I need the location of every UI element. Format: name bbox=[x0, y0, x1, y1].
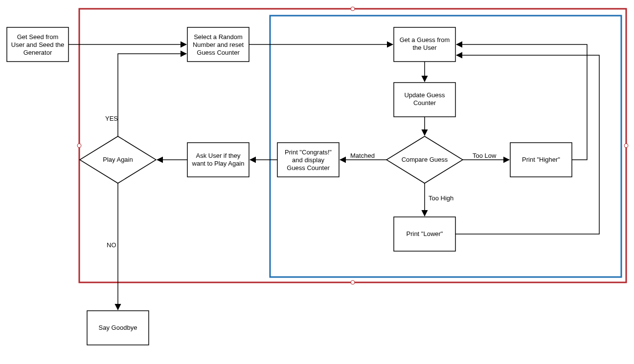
svg-text:Guess Counter: Guess Counter bbox=[287, 164, 330, 171]
node-print-congrats[interactable]: Print "Congrats!" and display Guess Coun… bbox=[277, 143, 339, 177]
svg-text:want to Play Again: want to Play Again bbox=[192, 160, 245, 167]
selection-handle[interactable] bbox=[351, 280, 355, 284]
selection-handle[interactable] bbox=[624, 144, 628, 148]
svg-text:Print "Higher": Print "Higher" bbox=[522, 156, 560, 163]
svg-text:and display: and display bbox=[292, 156, 324, 164]
edge-label-too-low: Too Low bbox=[473, 152, 497, 159]
node-print-higher[interactable]: Print "Higher" bbox=[510, 143, 572, 177]
edge-label-matched: Matched bbox=[350, 152, 375, 159]
svg-text:Play Again: Play Again bbox=[103, 156, 133, 163]
svg-text:Number and reset: Number and reset bbox=[193, 41, 244, 48]
svg-text:Say Goodbye: Say Goodbye bbox=[99, 324, 137, 331]
node-compare-guess[interactable]: Compare Guess bbox=[386, 136, 463, 183]
svg-text:Print "Congrats!": Print "Congrats!" bbox=[285, 149, 332, 156]
node-select-random[interactable]: Select a Random Number and reset Guess C… bbox=[187, 27, 249, 62]
svg-text:Ask User if they: Ask User if they bbox=[196, 152, 241, 159]
selection-handle[interactable] bbox=[77, 144, 81, 148]
svg-text:the User: the User bbox=[412, 44, 437, 51]
node-play-again[interactable]: Play Again bbox=[80, 136, 156, 183]
svg-text:Generator: Generator bbox=[23, 49, 52, 56]
edge-label-no: NO bbox=[107, 241, 116, 249]
node-say-goodbye[interactable]: Say Goodbye bbox=[87, 311, 149, 345]
edge-playagain-yes bbox=[118, 54, 186, 136]
svg-text:Update Guess: Update Guess bbox=[404, 91, 445, 99]
svg-text:Print "Lower": Print "Lower" bbox=[407, 230, 443, 237]
svg-text:Select a Random: Select a Random bbox=[194, 33, 243, 41]
flowchart-canvas: Get Seed from User and Seed the Generato… bbox=[0, 0, 634, 364]
svg-text:Get a Guess from: Get a Guess from bbox=[400, 36, 450, 43]
svg-text:Compare Guess: Compare Guess bbox=[402, 156, 448, 163]
selection-handle[interactable] bbox=[351, 7, 355, 11]
svg-text:User and Seed the: User and Seed the bbox=[11, 41, 64, 48]
node-get-guess[interactable]: Get a Guess from the User bbox=[394, 27, 455, 62]
node-update-counter[interactable]: Update Guess Counter bbox=[394, 83, 455, 117]
edge-label-too-high: Too High bbox=[429, 194, 453, 202]
svg-text:Counter: Counter bbox=[413, 99, 436, 107]
edge-label-yes: YES bbox=[105, 115, 118, 122]
svg-text:Get Seed from: Get Seed from bbox=[17, 33, 59, 41]
node-get-seed[interactable]: Get Seed from User and Seed the Generato… bbox=[7, 27, 68, 62]
node-ask-play-again[interactable]: Ask User if they want to Play Again bbox=[187, 143, 249, 177]
svg-text:Guess Counter: Guess Counter bbox=[197, 49, 240, 56]
node-print-lower[interactable]: Print "Lower" bbox=[394, 217, 455, 251]
